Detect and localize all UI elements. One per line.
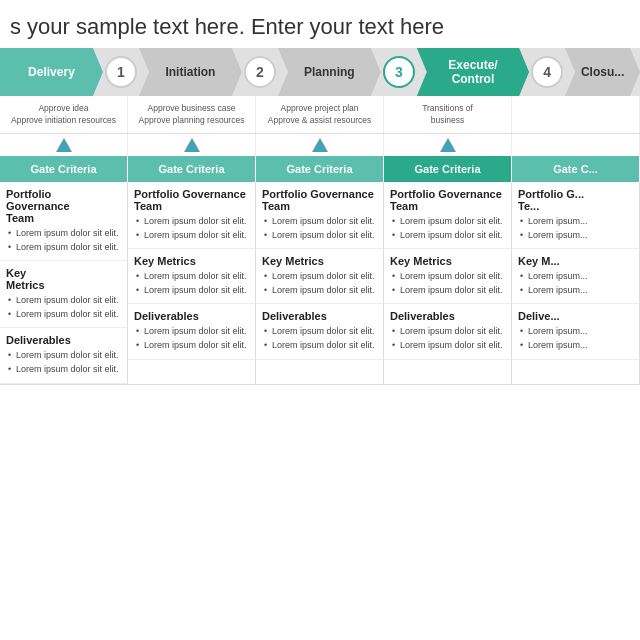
section-title: Deliverables <box>390 310 505 322</box>
section-title: Key Metrics <box>262 255 377 267</box>
section-title: Portfolio Governance Team <box>134 188 249 212</box>
list-item: Lorem ipsum... <box>518 215 633 228</box>
phase-num-3: 3 <box>383 56 415 88</box>
phase-num-2: 2 <box>244 56 276 88</box>
list-item: Lorem ipsum dolor sit elit. <box>6 363 121 376</box>
section-3-metrics: Key Metrics Lorem ipsum dolor sit elit. … <box>384 249 511 304</box>
list-item: Lorem ipsum dolor sit elit. <box>390 270 505 283</box>
list-item: Lorem ipsum dolor sit elit. <box>134 339 249 352</box>
list-item: Lorem ipsum dolor sit elit. <box>390 339 505 352</box>
section-title: KeyMetrics <box>6 267 121 291</box>
section-title: PortfolioGovernanceTeam <box>6 188 121 224</box>
content-col-0: PortfolioGovernanceTeam Lorem ipsum dolo… <box>0 182 128 385</box>
arrow-cell-4 <box>512 134 640 156</box>
arrow-cell-0 <box>0 134 128 156</box>
approve-row: Approve ideaApprove initiation resources… <box>0 96 640 134</box>
arrow-cell-3 <box>384 134 512 156</box>
list-item: Lorem ipsum dolor sit elit. <box>390 325 505 338</box>
section-title: Deliverables <box>6 334 121 346</box>
list-item: Lorem ipsum dolor sit elit. <box>262 215 377 228</box>
phase-initiation: Initiation <box>139 48 242 96</box>
gate-cell-1: Gate Criteria <box>128 156 256 182</box>
list-item: Lorem ipsum... <box>518 325 633 338</box>
section-1-deliverables: Deliverables Lorem ipsum dolor sit elit.… <box>128 304 255 359</box>
arrow-up-3 <box>440 138 456 152</box>
list-item: Lorem ipsum dolor sit elit. <box>262 284 377 297</box>
list-item: Lorem ipsum... <box>518 229 633 242</box>
section-2-governance: Portfolio Governance Team Lorem ipsum do… <box>256 182 383 249</box>
gate-cell-0: Gate Criteria <box>0 156 128 182</box>
approve-cell-0: Approve ideaApprove initiation resources <box>0 96 128 133</box>
section-title: Portfolio Governance Team <box>262 188 377 212</box>
list-item: Lorem ipsum dolor sit elit. <box>262 325 377 338</box>
section-title: Key Metrics <box>390 255 505 267</box>
list-item: Lorem ipsum... <box>518 270 633 283</box>
section-2-metrics: Key Metrics Lorem ipsum dolor sit elit. … <box>256 249 383 304</box>
content-col-1: Portfolio Governance Team Lorem ipsum do… <box>128 182 256 385</box>
section-title: Portfolio Governance Team <box>390 188 505 212</box>
content-col-2: Portfolio Governance Team Lorem ipsum do… <box>256 182 384 385</box>
arrow-up-2 <box>312 138 328 152</box>
section-title: Deliverables <box>134 310 249 322</box>
section-0-governance: PortfolioGovernanceTeam Lorem ipsum dolo… <box>0 182 127 261</box>
section-4-governance: Portfolio G...Te... Lorem ipsum... Lorem… <box>512 182 639 249</box>
list-item: Lorem ipsum dolor sit elit. <box>6 294 121 307</box>
list-item: Lorem ipsum... <box>518 339 633 352</box>
list-item: Lorem ipsum dolor sit elit. <box>6 308 121 321</box>
list-item: Lorem ipsum dolor sit elit. <box>6 227 121 240</box>
phase-planning: Planning <box>278 48 381 96</box>
section-4-deliverables: Delive... Lorem ipsum... Lorem ipsum... <box>512 304 639 359</box>
phase-num-4: 4 <box>531 56 563 88</box>
section-title: Key M... <box>518 255 633 267</box>
section-3-deliverables: Deliverables Lorem ipsum dolor sit elit.… <box>384 304 511 359</box>
list-item: Lorem ipsum dolor sit elit. <box>134 284 249 297</box>
header: s your sample text here. Enter your text… <box>0 0 640 48</box>
content-col-3: Portfolio Governance Team Lorem ipsum do… <box>384 182 512 385</box>
section-0-metrics: KeyMetrics Lorem ipsum dolor sit elit. L… <box>0 261 127 328</box>
list-item: Lorem ipsum dolor sit elit. <box>134 215 249 228</box>
approve-cell-1: Approve business caseApprove planning re… <box>128 96 256 133</box>
phase-closure: Closu... <box>565 48 640 96</box>
list-item: Lorem ipsum dolor sit elit. <box>390 284 505 297</box>
phase-delivery: Delivery <box>0 48 103 96</box>
arrow-up-0 <box>56 138 72 152</box>
phase-num-1: 1 <box>105 56 137 88</box>
gate-row: Gate Criteria Gate Criteria Gate Criteri… <box>0 156 640 182</box>
list-item: Lorem ipsum dolor sit elit. <box>262 229 377 242</box>
list-item: Lorem ipsum... <box>518 284 633 297</box>
gate-cell-4: Gate C... <box>512 156 640 182</box>
list-item: Lorem ipsum dolor sit elit. <box>262 339 377 352</box>
section-title: Key Metrics <box>134 255 249 267</box>
phase-execute: Execute/Control <box>417 48 529 96</box>
list-item: Lorem ipsum dolor sit elit. <box>134 325 249 338</box>
content-col-4: Portfolio G...Te... Lorem ipsum... Lorem… <box>512 182 640 385</box>
arrow-row <box>0 134 640 156</box>
list-item: Lorem ipsum dolor sit elit. <box>390 215 505 228</box>
section-0-deliverables: Deliverables Lorem ipsum dolor sit elit.… <box>0 328 127 383</box>
arrow-up-1 <box>184 138 200 152</box>
arrow-cell-1 <box>128 134 256 156</box>
list-item: Lorem ipsum dolor sit elit. <box>6 349 121 362</box>
approve-cell-2: Approve project planApprove & assist res… <box>256 96 384 133</box>
list-item: Lorem ipsum dolor sit elit. <box>262 270 377 283</box>
section-title: Delive... <box>518 310 633 322</box>
section-title: Deliverables <box>262 310 377 322</box>
list-item: Lorem ipsum dolor sit elit. <box>390 229 505 242</box>
section-2-deliverables: Deliverables Lorem ipsum dolor sit elit.… <box>256 304 383 359</box>
section-4-metrics: Key M... Lorem ipsum... Lorem ipsum... <box>512 249 639 304</box>
approve-cell-4 <box>512 96 640 133</box>
section-title: Portfolio G...Te... <box>518 188 633 212</box>
content-table: PortfolioGovernanceTeam Lorem ipsum dolo… <box>0 182 640 385</box>
arrow-cell-2 <box>256 134 384 156</box>
list-item: Lorem ipsum dolor sit elit. <box>134 229 249 242</box>
gate-cell-2: Gate Criteria <box>256 156 384 182</box>
header-text: s your sample text here. Enter your text… <box>10 14 444 39</box>
gate-cell-3: Gate Criteria <box>384 156 512 182</box>
list-item: Lorem ipsum dolor sit elit. <box>134 270 249 283</box>
section-1-metrics: Key Metrics Lorem ipsum dolor sit elit. … <box>128 249 255 304</box>
section-1-governance: Portfolio Governance Team Lorem ipsum do… <box>128 182 255 249</box>
section-3-governance: Portfolio Governance Team Lorem ipsum do… <box>384 182 511 249</box>
phase-bar: Delivery 1 Initiation 2 Planning 3 Execu… <box>0 48 640 96</box>
list-item: Lorem ipsum dolor sit elit. <box>6 241 121 254</box>
approve-cell-3: Transitions ofbusiness <box>384 96 512 133</box>
